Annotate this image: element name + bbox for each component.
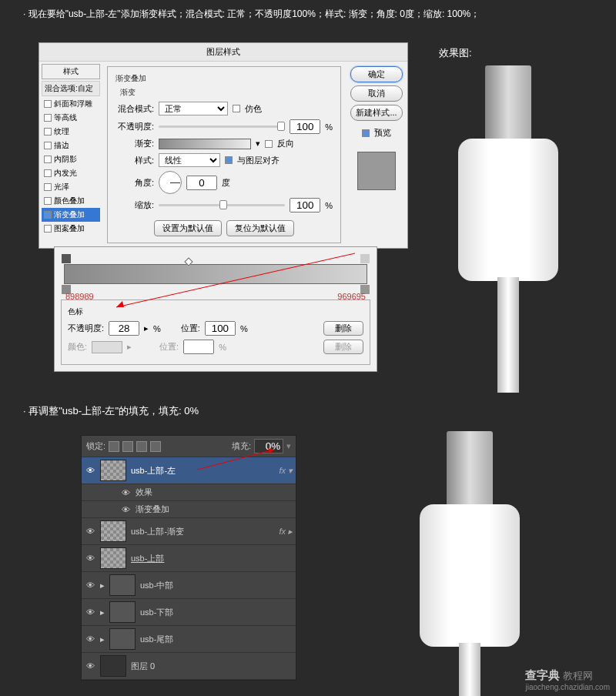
style-satin[interactable]: 光泽: [42, 180, 100, 194]
style-inner-shadow[interactable]: 内阴影: [42, 152, 100, 166]
opacity-label: 不透明度:: [116, 121, 154, 132]
layer-usb-bottom[interactable]: 👁▸ usb-下部: [82, 599, 296, 626]
visibility-icon[interactable]: 👁: [85, 527, 95, 536]
style-stroke[interactable]: 描边: [42, 139, 100, 152]
opacity-slider[interactable]: [159, 125, 285, 128]
instruction-1: · 现在要给"usb-上部-左"添加渐变样式；混合模式: 正常；不透明度100%…: [0, 0, 616, 27]
opacity-stop-right[interactable]: [360, 254, 370, 263]
visibility-icon[interactable]: 👁: [85, 581, 95, 590]
hex-right: 969695: [337, 292, 366, 301]
fx-icon[interactable]: fx ▸: [279, 527, 293, 537]
style-pattern-overlay[interactable]: 图案叠加: [42, 222, 100, 236]
gradient-strip[interactable]: [64, 264, 367, 284]
layer-thumb: [100, 547, 126, 569]
folder-icon: [109, 601, 136, 623]
lock-all-icon[interactable]: [150, 441, 161, 452]
scale-label: 缩放:: [116, 199, 154, 211]
fx-gradient-overlay[interactable]: 👁渐变叠加: [82, 501, 296, 518]
scale-slider[interactable]: [159, 204, 285, 206]
stops-title: 色标: [68, 306, 363, 317]
fx-effects[interactable]: 👁效果: [82, 484, 296, 501]
fx-icon[interactable]: fx ▾: [279, 466, 293, 476]
delete-stop-button-2[interactable]: 删除: [323, 340, 363, 354]
lock-paint-icon[interactable]: [122, 441, 133, 452]
instruction-2: · 再调整"usb-上部-左"的填充，填充: 0%: [23, 404, 199, 418]
layer-usb-tail[interactable]: 👁▸ usb-尾部: [82, 626, 296, 653]
stop-opacity-label: 不透明度:: [68, 323, 104, 334]
delete-stop-button[interactable]: 删除: [323, 321, 363, 336]
reverse-checkbox[interactable]: [265, 140, 273, 148]
midpoint-icon[interactable]: [184, 257, 192, 266]
lock-move-icon[interactable]: [136, 441, 147, 452]
opacity-input[interactable]: [290, 119, 320, 134]
stops-panel: 色标 不透明度: ▸ % 位置: % 删除 颜色: ▸ 位置: % 删除: [61, 299, 370, 365]
style-select[interactable]: 线性: [159, 153, 220, 167]
ok-button[interactable]: 确定: [350, 66, 403, 82]
angle-input[interactable]: [186, 176, 217, 190]
stop-position-label: 位置:: [181, 323, 200, 334]
angle-dial[interactable]: [159, 171, 182, 194]
preview-label: 效果图:: [439, 46, 472, 60]
style-inner-glow[interactable]: 内发光: [42, 166, 100, 180]
layer-thumb: [100, 655, 126, 677]
style-color-overlay[interactable]: 颜色叠加: [42, 194, 100, 208]
hex-left: 898989: [65, 292, 94, 301]
watermark: 查字典 教程网 jiaocheng.chazidian.com: [525, 668, 610, 691]
reset-default-button[interactable]: 复位为默认值: [226, 220, 294, 236]
dither-label: 仿色: [245, 103, 262, 115]
set-default-button[interactable]: 设置为默认值: [154, 220, 222, 236]
layer-thumb: [100, 460, 126, 481]
folder-icon: [109, 574, 136, 596]
gradient-editor: 898989 969695 色标 不透明度: ▸ % 位置: % 删除 颜色: …: [54, 246, 377, 372]
layer-style-dialog: 图层样式 样式 混合选项:自定 斜面和浮雕 等高线 纹理 描边 内阴影 内发光 …: [38, 42, 408, 249]
scale-input[interactable]: [290, 198, 320, 212]
layer-thumb: [100, 520, 126, 542]
opacity-stop-left[interactable]: [62, 254, 71, 263]
blend-options[interactable]: 混合选项:自定: [42, 81, 100, 96]
blend-mode-label: 混合模式:: [116, 103, 154, 115]
styles-header: 样式: [42, 64, 100, 79]
fill-label: 填充:: [232, 440, 251, 452]
stop-color-swatch[interactable]: [92, 341, 122, 353]
preview-label: 预览: [374, 127, 391, 139]
usb-preview-2: [400, 431, 539, 685]
layer-usb-top[interactable]: 👁 usb-上部: [82, 545, 296, 572]
style-bevel[interactable]: 斜面和浮雕: [42, 97, 100, 111]
blend-mode-select[interactable]: 正常: [159, 102, 228, 115]
preview-swatch: [357, 152, 396, 190]
style-contour[interactable]: 等高线: [42, 111, 100, 125]
visibility-icon[interactable]: 👁: [85, 554, 95, 563]
layer-0[interactable]: 👁 图层 0: [82, 653, 296, 680]
stop-position2-label: 位置:: [159, 341, 179, 353]
visibility-icon[interactable]: 👁: [85, 634, 95, 644]
stop-position2-input[interactable]: [183, 340, 214, 354]
visibility-icon[interactable]: 👁: [85, 661, 95, 671]
dither-checkbox[interactable]: [233, 105, 240, 112]
cancel-button[interactable]: 取消: [350, 85, 403, 102]
stop-position-input[interactable]: [205, 321, 236, 336]
reverse-label: 反向: [277, 138, 294, 149]
style-gradient-overlay[interactable]: 渐变叠加: [42, 208, 100, 222]
gradient-picker[interactable]: [159, 139, 251, 149]
styles-list: 样式 混合选项:自定 斜面和浮雕 等高线 纹理 描边 内阴影 内发光 光泽 颜色…: [39, 62, 102, 248]
angle-label: 角度:: [116, 177, 154, 189]
align-checkbox[interactable]: [225, 156, 233, 164]
lock-label: 锁定:: [86, 440, 105, 452]
fill-input[interactable]: [254, 439, 283, 453]
new-style-button[interactable]: 新建样式...: [350, 105, 403, 121]
style-texture[interactable]: 纹理: [42, 125, 100, 139]
layer-usb-top-left[interactable]: 👁 usb-上部-左 fx ▾: [82, 457, 296, 484]
gradient-label: 渐变:: [116, 138, 154, 149]
preview-checkbox[interactable]: [362, 129, 370, 137]
visibility-icon[interactable]: 👁: [85, 466, 95, 475]
dialog-title: 图层样式: [39, 43, 407, 62]
usb-preview-1: [439, 65, 578, 343]
stop-color-label: 颜色:: [68, 341, 87, 353]
lock-transparent-icon[interactable]: [109, 441, 119, 452]
stop-opacity-input[interactable]: [109, 321, 139, 336]
layer-usb-mid[interactable]: 👁▸ usb-中部: [82, 572, 296, 599]
panel-subtitle: 渐变: [120, 87, 333, 98]
gradient-overlay-panel: 渐变叠加 渐变 混合模式: 正常 仿色 不透明度: % 渐变: ▾: [107, 66, 341, 243]
visibility-icon[interactable]: 👁: [85, 607, 95, 617]
layer-usb-top-gradient[interactable]: 👁 usb-上部-渐变 fx ▸: [82, 518, 296, 545]
